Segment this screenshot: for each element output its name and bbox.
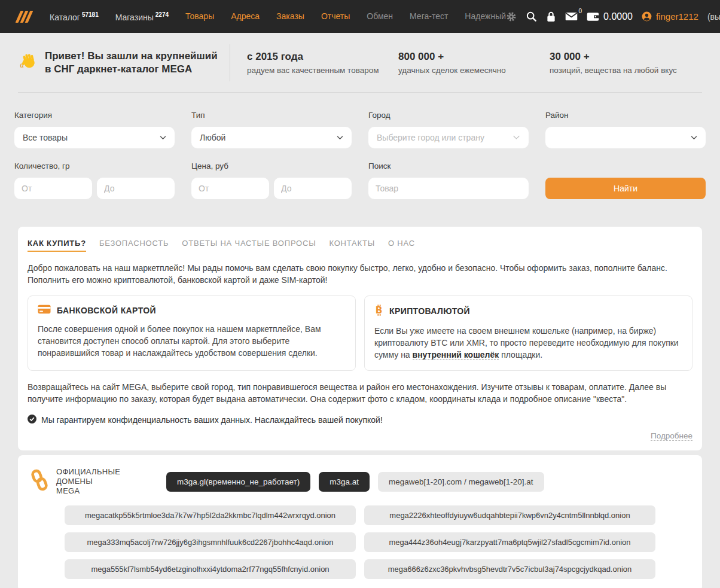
nav-item-9[interactable]: Надежный xyxy=(465,11,506,21)
info-panel: КАК КУПИТЬ?БЕЗОПАСНОСТЬОТВЕТЫ НА ЧАСТЫЕ … xyxy=(18,227,702,450)
chevron-down-icon xyxy=(160,136,166,140)
clearnet-domain-pill-2[interactable]: m3ga.at xyxy=(319,472,370,492)
domains-panel: ОФИЦИАЛЬНЫЕ ДОМЕНЫ MEGA m3ga.gl(временно… xyxy=(18,455,702,588)
type-select[interactable]: Любой xyxy=(191,127,352,148)
lock-icon[interactable] xyxy=(546,11,556,22)
intro-paragraph: Добро пожаловать на наш маркетплейс! Мы … xyxy=(28,262,692,286)
product-search-input[interactable] xyxy=(368,178,529,199)
onion-domain-pill-3[interactable]: mega333mq5acolj7rw726jjy6g3ihgsmnhlfuuk6… xyxy=(65,532,356,552)
username: finger1212 xyxy=(656,11,698,22)
user-menu[interactable]: finger1212 xyxy=(642,11,698,22)
hero-stats: с 2015 года радуем вас качественным това… xyxy=(247,51,701,75)
search-icon[interactable] xyxy=(526,11,537,22)
city-filter: Город Выберите город или страну xyxy=(368,111,529,148)
waving-hand-icon xyxy=(19,52,38,73)
search-filter: Поиск xyxy=(368,162,529,199)
nav-item-3[interactable]: Товары xyxy=(185,11,214,21)
tab-1[interactable]: КАК КУПИТЬ? xyxy=(28,239,86,252)
svg-text:B: B xyxy=(376,305,383,316)
gear-icon[interactable] xyxy=(506,11,517,22)
filter-section: Категория Все товары Тип Любой Город Выб… xyxy=(0,93,720,199)
internal-wallet-link[interactable]: внутренний кошелёк xyxy=(413,350,499,360)
bank-card-title: БАНКОВСКОЙ КАРТОЙ xyxy=(57,306,156,315)
onion-domain-pill-1[interactable]: megacatkp55k5rtmloe3da7k7w7hp5l2da2kkmbc… xyxy=(65,505,356,525)
hero-stat-3: 30 000 + позиций, вещества на любой вкус xyxy=(550,51,701,75)
price-to-input[interactable] xyxy=(274,178,352,199)
type-label: Тип xyxy=(191,111,352,120)
tab-3[interactable]: ОТВЕТЫ НА ЧАСТЫЕ ВОПРОСЫ xyxy=(182,239,316,252)
tab-4[interactable]: КОНТАКТЫ xyxy=(329,239,375,252)
mail-count-badge: 0 xyxy=(578,8,582,14)
onion-domain-pill-2[interactable]: mega2226xhteoffdyiuyw6udqahbtepii7kwp6vn… xyxy=(364,505,655,525)
city-label: Город xyxy=(368,111,529,120)
mail-icon[interactable]: 0 xyxy=(565,12,578,21)
crypto-card-title: КРИПТОВАЛЮТОЙ xyxy=(389,306,470,316)
credit-card-icon xyxy=(38,304,51,316)
nav-item-6[interactable]: Отчеты xyxy=(321,11,350,21)
balance-value: 0.0000 xyxy=(603,11,633,22)
tab-5[interactable]: О НАС xyxy=(388,239,415,252)
bank-card-info: БАНКОВСКОЙ КАРТОЙ После совершения одной… xyxy=(28,295,356,371)
tab-2[interactable]: БЕЗОПАСНОСТЬ xyxy=(99,239,169,252)
chevron-down-icon xyxy=(691,136,697,140)
wallet-balance[interactable]: 0.0000 xyxy=(587,11,633,22)
domains-title: ОФИЦИАЛЬНЫЕ ДОМЕНЫ MEGA xyxy=(56,467,159,496)
guarantee-text: Мы гарантируем конфиденциальность ваших … xyxy=(41,415,383,425)
submit-col: Найти xyxy=(545,162,706,199)
find-button[interactable]: Найти xyxy=(545,178,706,199)
nav-item-1[interactable]: Каталог57181 xyxy=(50,11,99,22)
nav-item-4[interactable]: Адреса xyxy=(231,11,260,21)
city-select[interactable]: Выберите город или страну xyxy=(368,127,529,148)
quantity-filter: Количество, гр xyxy=(14,162,175,199)
category-filter: Категория Все товары xyxy=(14,111,175,148)
mega-logo-icon[interactable] xyxy=(18,11,30,23)
nav-right: 0 0.0000 finger1212 (выход) xyxy=(506,11,720,22)
top-navbar: Каталог57181Магазины2274ТоварыАдресаЗака… xyxy=(0,0,720,33)
chevron-down-icon xyxy=(512,135,520,140)
crypto-card-info: B КРИПТОВАЛЮТОЙ Если Вы уже имеете на св… xyxy=(364,295,692,371)
hero-divider xyxy=(230,44,230,81)
price-label: Цена, руб xyxy=(191,162,352,170)
onion-domain-pill-6[interactable]: mega666z6zxc36pkvhvbsg5hevdtr7v5c7icbul3… xyxy=(364,559,655,579)
nav-item-7[interactable]: Обмен xyxy=(367,11,393,21)
hero-strip: Привет! Вы зашли на крупнейший в СНГ дар… xyxy=(0,33,720,92)
more-link[interactable]: Подробнее xyxy=(651,431,692,441)
price-filter: Цена, руб xyxy=(191,162,352,199)
district-select[interactable] xyxy=(545,127,706,148)
nav-item-2[interactable]: Магазины2274 xyxy=(115,11,169,22)
logout-link[interactable]: (выход) xyxy=(707,12,720,22)
nav-item-8[interactable]: Мега-тест xyxy=(410,11,448,21)
welcome-block: Привет! Вы зашли на крупнейший в СНГ дар… xyxy=(19,50,230,76)
price-from-input[interactable] xyxy=(191,178,269,199)
bank-card-text: После совершения одной и более покупок н… xyxy=(38,323,346,359)
type-filter: Тип Любой xyxy=(191,111,352,148)
quantity-to-input[interactable] xyxy=(97,178,175,199)
hero-stat-1: с 2015 года радуем вас качественным това… xyxy=(247,51,398,75)
onion-domain-pill-4[interactable]: mega444z36oh4eugj7karzpyatt7ma6ptq5wjil2… xyxy=(364,532,655,552)
bitcoin-icon: B xyxy=(374,304,383,318)
outro-paragraph: Возвращайтесь на сайт MEGA, выберите сво… xyxy=(28,381,692,405)
wallet-icon xyxy=(587,12,599,22)
district-label: Район xyxy=(545,111,706,120)
onion-domain-pill-5[interactable]: mega555kf7lsmb54yd6etzginolhxxi4ytdoma2r… xyxy=(65,559,356,579)
nav-item-5[interactable]: Заказы xyxy=(276,11,304,21)
quantity-label: Количество, гр xyxy=(14,162,175,170)
crypto-card-text: Если Вы уже имеете на своем внешнем коше… xyxy=(374,325,682,361)
clearnet-domain-pill-3[interactable]: megaweb[1-20].com / megaweb[1-20].at xyxy=(378,472,544,492)
clearnet-domains: m3ga.gl(временно_не_работает)m3ga.atmega… xyxy=(166,472,544,492)
guarantee-line: Мы гарантируем конфиденциальность ваших … xyxy=(28,415,692,425)
nav-links: Каталог57181Магазины2274ТоварыАдресаЗака… xyxy=(50,11,506,22)
hero-stat-2: 800 000 + удачных сделок ежемесячно xyxy=(398,51,550,75)
onion-domains: megacatkp55k5rtmloe3da7k7w7hp5l2da2kkmbc… xyxy=(30,505,690,579)
category-select[interactable]: Все товары xyxy=(14,127,175,148)
clearnet-domain-pill-1[interactable]: m3ga.gl(временно_не_работает) xyxy=(166,472,310,492)
welcome-heading: Привет! Вы зашли на крупнейший в СНГ дар… xyxy=(45,50,218,76)
user-icon xyxy=(642,11,652,22)
quantity-from-input[interactable] xyxy=(14,178,92,199)
info-tabs: КАК КУПИТЬ?БЕЗОПАСНОСТЬОТВЕТЫ НА ЧАСТЫЕ … xyxy=(28,236,692,252)
check-circle-icon xyxy=(28,415,36,425)
district-filter: Район xyxy=(545,111,706,148)
category-label: Категория xyxy=(14,111,175,120)
search-label: Поиск xyxy=(368,162,529,170)
chain-link-icon xyxy=(30,469,49,494)
